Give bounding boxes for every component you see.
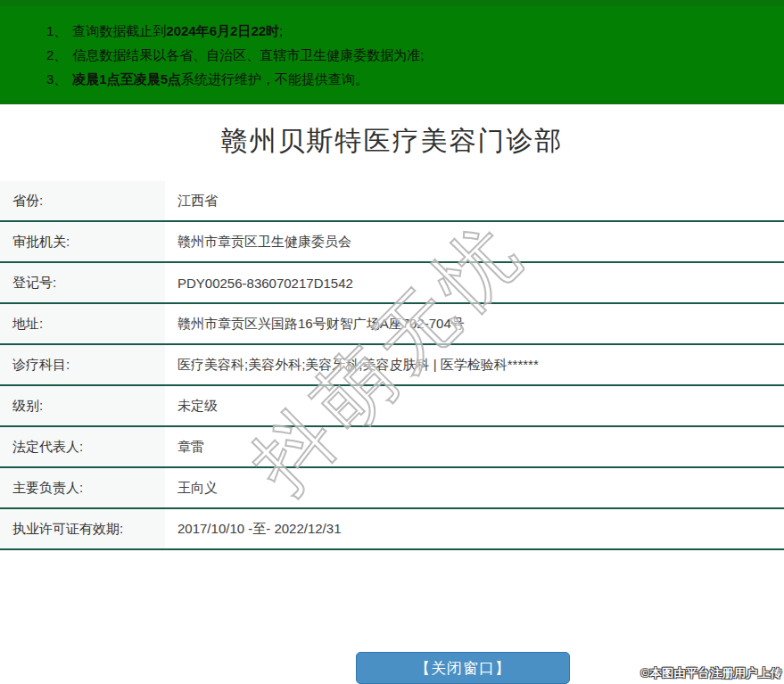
table-row: 诊疗科目:医疗美容科;美容外科;美容牙科;美容皮肤科 | 医学检验科******: [0, 345, 784, 386]
notice-text: 查询数据截止到: [72, 23, 166, 38]
close-window-button[interactable]: 【关闭窗口】: [356, 652, 570, 684]
corner-watermark: ©本图由平台注册用户上传: [640, 665, 782, 681]
notice-number: 2、: [46, 47, 67, 62]
notice-text: 系统进行维护，不能提供查询。: [181, 71, 368, 87]
notice-line: 3、凌晨1点至凌晨5点系统进行维护，不能提供查询。: [46, 67, 775, 91]
table-row: 地址:赣州市章贡区兴国路16号财智广场A座702-704号: [0, 304, 784, 345]
row-label: 级别:: [0, 386, 165, 425]
row-value: 章雷: [165, 427, 784, 466]
row-value: 2017/10/10 -至- 2022/12/31: [165, 509, 784, 548]
row-label: 登记号:: [0, 263, 165, 302]
row-value: 医疗美容科;美容外科;美容牙科;美容皮肤科 | 医学检验科******: [165, 345, 784, 384]
row-value: 江西省: [165, 181, 784, 220]
row-label: 审批机关:: [0, 222, 165, 261]
table-row: 法定代表人:章雷: [0, 427, 784, 468]
table-row: 级别:未定级: [0, 386, 784, 427]
row-label: 执业许可证有效期:: [0, 509, 165, 548]
row-value: 王向义: [165, 468, 784, 507]
table-row: 执业许可证有效期:2017/10/10 -至- 2022/12/31: [0, 509, 784, 550]
row-label: 省份:: [0, 181, 165, 220]
info-table: 省份:江西省审批机关:赣州市章贡区卫生健康委员会登记号:PDY00256-836…: [0, 181, 784, 550]
table-row: 审批机关:赣州市章贡区卫生健康委员会: [0, 222, 784, 263]
notice-text: 凌晨1点至凌晨5点: [72, 71, 181, 87]
row-value: 赣州市章贡区卫生健康委员会: [165, 222, 784, 261]
table-row: 省份:江西省: [0, 181, 784, 222]
notice-text: 2024年6月2日22时: [166, 23, 279, 38]
row-label: 诊疗科目:: [0, 345, 165, 384]
notice-text: 信息数据结果以各省、自治区、直辖市卫生健康委数据为准;: [72, 47, 424, 62]
notice-line: 1、查询数据截止到2024年6月2日22时;: [46, 19, 775, 43]
notice-number: 3、: [46, 71, 67, 87]
notice-number: 1、: [46, 23, 67, 38]
row-value: PDY00256-836070217D1542: [165, 263, 784, 302]
query-result-page: 1、查询数据截止到2024年6月2日22时;2、信息数据结果以各省、自治区、直辖…: [0, 0, 784, 684]
notice-banner: 1、查询数据截止到2024年6月2日22时;2、信息数据结果以各省、自治区、直辖…: [0, 0, 784, 104]
notice-text: ;: [279, 23, 283, 38]
row-label: 主要负责人:: [0, 468, 165, 507]
row-value: 未定级: [165, 386, 784, 425]
row-value: 赣州市章贡区兴国路16号财智广场A座702-704号: [165, 304, 784, 343]
row-label: 法定代表人:: [0, 427, 165, 466]
table-row: 主要负责人:王向义: [0, 468, 784, 509]
row-label: 地址:: [0, 304, 165, 343]
notice-line: 2、信息数据结果以各省、自治区、直辖市卫生健康委数据为准;: [46, 43, 775, 67]
table-row: 登记号:PDY00256-836070217D1542: [0, 263, 784, 304]
page-title: 赣州贝斯特医疗美容门诊部: [0, 104, 784, 181]
